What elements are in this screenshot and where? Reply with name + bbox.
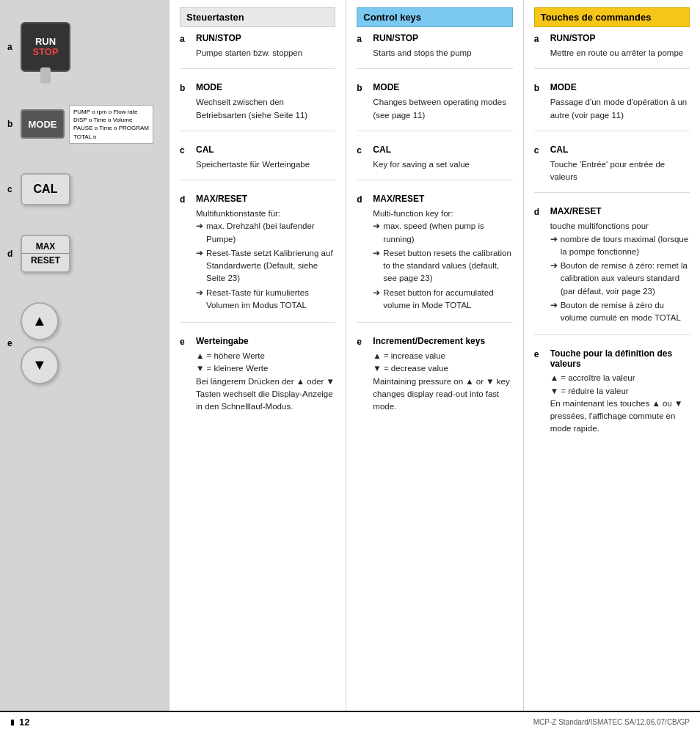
german-section-a: a RUN/STOP Pumpe starten bzw. stoppen [180,33,335,69]
french-d-title: MAX/RESET [550,206,602,216]
german-a-title: RUN/STOP [196,33,241,43]
german-d-title: MAX/RESET [196,194,247,204]
french-a-key: a [534,33,547,44]
french-e-text: En maintenant les touches ▲ ou ▼ pressée… [550,398,690,436]
arrow-icon-en-2: ➔ [373,247,380,260]
french-section-c: c CAL Touche 'Entrée' pour entrée de val… [534,144,690,194]
english-e-bullets: ▲ = increase value ▼ = decrease value [373,350,512,376]
french-d-bullet-1-text: nombre de tours maximal (lorsque la pomp… [561,233,690,259]
english-d-intro: Multi-function key for: [373,208,512,220]
german-d-label-row: d MAX/RESET [180,194,335,205]
french-d-bullet-2-text: Bouton de remise à zéro: remet la calibr… [561,260,690,298]
col-french-header: Touches de commandes [534,7,690,27]
btn-area-a: RUN STOP [21,22,70,72]
english-e-key: e [357,336,370,347]
german-c-label-row: c CAL [180,144,335,155]
german-section-d: d MAX/RESET Multifunktionstaste für: ➔ m… [180,194,335,323]
page-number: 12 [10,717,29,728]
mode-button[interactable]: MODE [21,109,65,139]
max-text: MAX [36,241,56,252]
label-a: a [7,42,21,52]
down-arrow-icon: ▼ [32,356,47,373]
french-d-bullet-3-text: Bouton de remise à zéro du volume cumulé… [561,299,690,325]
german-b-title: MODE [196,82,222,92]
english-b-label-row: b MODE [357,82,512,93]
arrow-icon-3: ➔ [196,287,203,299]
english-c-key: c [357,144,370,155]
page-content: a RUN STOP b MODE PUMP o rpm o Flow rate… [0,0,700,711]
german-section-c: c CAL Speichertaste für Werteingabe [180,144,335,180]
section-b: b MODE PUMP o rpm o Flow rate DISP o Tim… [7,105,161,144]
german-e-key: e [180,336,193,347]
french-b-label-row: b MODE [534,82,690,93]
german-e-title: Werteingabe [196,336,249,346]
german-d-bullet-3: ➔ Reset-Taste für kumuliertes Volumen im… [196,287,335,312]
french-d-key: d [534,206,547,217]
mode-line1: PUMP o rpm o Flow rate [73,108,149,116]
french-d-bullet-3: ➔ Bouton de remise à zéro du volume cumu… [550,299,690,325]
section-e: e ▲ ▼ [7,302,161,384]
english-d-label-row: d MAX/RESET [357,194,512,205]
english-d-title: MAX/RESET [373,194,424,204]
english-c-label-row: c CAL [357,144,512,155]
col-french: Touches de commandes a RUN/STOP Mettre e… [523,0,700,711]
english-d-bullet-2: ➔ Reset button resets the calibration to… [373,247,512,285]
section-d: d MAX RESET [7,235,161,273]
german-e-bullets: ▲ = höhere Werte ▼ = kleinere Werte [196,350,335,376]
german-d-bullet-1: ➔ max. Drehzahl (bei laufender Pumpe) [196,220,335,246]
english-b-key: b [357,82,370,93]
french-a-label-row: a RUN/STOP [534,33,690,44]
german-d-bullet-2: ➔ Reset-Taste setzt Kalibrie­rung auf St… [196,247,335,285]
run-stop-button[interactable]: RUN STOP [21,22,70,72]
german-d-bullet-1-text: max. Drehzahl (bei laufender Pumpe) [206,220,335,246]
btn-area-c: CAL [21,173,70,205]
label-c: c [7,184,21,194]
english-section-a: a RUN/STOP Starts and stops the pump [357,33,512,69]
arrow-icon-en-1: ➔ [373,220,380,233]
btn-area-b: MODE PUMP o rpm o Flow rate DISP o Time … [21,105,153,144]
english-b-text: Changes between operating modes (see pag… [373,96,512,122]
max-reset-button[interactable]: MAX RESET [21,235,70,273]
down-button[interactable]: ▼ [21,346,59,384]
english-a-text: Starts and stops the pump [373,47,512,59]
english-d-bullet-3-text: Reset button for accumulated volume in M… [383,287,512,312]
english-a-label-row: a RUN/STOP [357,33,512,44]
mode-line3: PAUSE o Time o PROGRAM [73,124,149,132]
english-d-bullet-1: ➔ max. speed (when pump is running) [373,220,512,246]
french-d-intro: touche multifonctions pour [550,220,690,233]
german-b-key: b [180,82,193,93]
left-panel: a RUN STOP b MODE PUMP o rpm o Flow rate… [0,0,169,711]
up-button[interactable]: ▲ [21,302,59,340]
mode-line2: DISP o Time o Volume [73,116,149,124]
reset-text: RESET [22,253,69,266]
german-a-label-row: a RUN/STOP [180,33,335,44]
french-b-text: Passage d'un mode d'opéra­tion à un autr… [550,96,690,122]
label-d: d [7,249,21,259]
german-c-title: CAL [196,144,214,155]
label-e: e [7,338,21,348]
german-section-e: e Werteingabe ▲ = höhere Werte ▼ = klein… [180,336,335,422]
cal-button[interactable]: CAL [21,173,70,205]
label-b: b [7,119,21,129]
english-e-label-row: e Increment/Decrement keys [357,336,512,347]
connector [40,67,51,84]
german-a-text: Pumpe starten bzw. stoppen [196,47,335,59]
french-e-label-row: e Touche pour la définition des valeurs [534,348,690,369]
col-english-header: Control keys [357,7,512,27]
german-b-text: Wechselt zwischen den Betriebsarten (sie… [196,96,335,122]
german-c-text: Speichertaste für Werteingabe [196,158,335,171]
up-arrow-icon: ▲ [32,312,47,329]
english-b-title: MODE [373,82,399,92]
french-c-text: Touche 'Entrée' pour entrée de valeurs [550,158,690,184]
french-e-key: e [534,348,547,359]
french-b-key: b [534,82,547,93]
french-d-bullet-1: ➔ nombre de tours maximal (lorsque la po… [550,233,690,259]
french-e-bullet-1: ▲ = accroître la valeur [550,372,690,384]
cal-text: CAL [34,183,58,196]
col-english: Control keys a RUN/STOP Starts and stops… [346,0,522,711]
english-d-bullet-2-text: Reset button resets the calibration to t… [383,247,512,285]
french-a-text: Mettre en route ou arrêter la pompe [550,47,690,59]
french-e-bullet-2: ▼ = réduire la valeur [550,385,690,398]
german-d-bullets: ➔ max. Drehzahl (bei laufender Pumpe) ➔ … [196,220,335,312]
btn-area-e: ▲ ▼ [21,302,59,384]
